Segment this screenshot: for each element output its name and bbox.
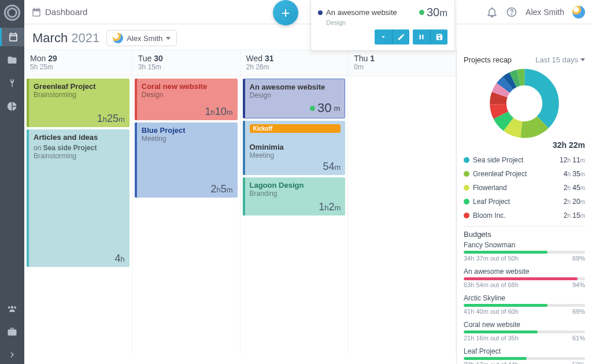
tag: Kickoff bbox=[250, 124, 341, 133]
card-title: Greenleaf Project bbox=[34, 82, 125, 91]
project-color-dot bbox=[318, 10, 323, 15]
card-title: Lagoon Design bbox=[250, 181, 341, 190]
avatar[interactable] bbox=[572, 6, 585, 18]
card-duration: 4h bbox=[34, 252, 125, 265]
running-time: 30m bbox=[419, 6, 447, 19]
card-on: on Sea side Project bbox=[34, 144, 125, 152]
calendar: Mon 295h 25mTue 303h 15mWed 312h 26mThu … bbox=[24, 50, 456, 364]
day-header[interactable]: Tue 303h 15m bbox=[132, 50, 240, 76]
project-color-dot bbox=[464, 157, 469, 163]
live-indicator-icon bbox=[419, 10, 424, 15]
project-row[interactable]: Flowerland2h 45m bbox=[464, 181, 585, 195]
plug-icon bbox=[7, 78, 17, 88]
header: Dashboard + Alex Smith An awesome websit… bbox=[24, 0, 592, 24]
card-title: Articles and ideas bbox=[34, 133, 125, 142]
nav-team[interactable] bbox=[0, 299, 24, 318]
card-subtitle: Brainstorming bbox=[34, 152, 125, 160]
chevron-down-icon bbox=[580, 58, 585, 61]
day-header[interactable]: Thu 10m bbox=[348, 50, 456, 76]
card-title: Coral new website bbox=[142, 82, 233, 91]
toolbar: March 2021 Alex Smith bbox=[24, 24, 592, 50]
timer-more-button[interactable] bbox=[375, 29, 392, 44]
running-title: An awesome website bbox=[326, 8, 397, 17]
nav-clients[interactable] bbox=[0, 74, 24, 92]
day-header[interactable]: Mon 295h 25m bbox=[24, 50, 132, 76]
chevron-down-icon bbox=[166, 37, 171, 40]
card-duration: 30m bbox=[250, 101, 341, 116]
project-row[interactable]: Leaf Project2h 20m bbox=[464, 195, 585, 209]
nav-briefcase[interactable] bbox=[0, 322, 24, 341]
time-entry-card[interactable]: Lagoon DesignBranding1h2m bbox=[243, 177, 346, 216]
card-duration: 54m bbox=[250, 161, 341, 173]
user-name[interactable]: Alex Smith bbox=[526, 8, 564, 17]
team-icon bbox=[7, 303, 17, 314]
card-title: Ominimia bbox=[250, 143, 341, 151]
budget-item[interactable]: An awesome website63h 54m out of 68h94% bbox=[464, 268, 585, 288]
pause-icon bbox=[417, 33, 426, 41]
card-subtitle: Meeting bbox=[250, 151, 341, 159]
chevron-down-icon bbox=[379, 33, 387, 41]
chevron-right-icon bbox=[7, 350, 17, 360]
time-entry-card[interactable]: Coral new websiteDesign1h10m bbox=[135, 79, 238, 120]
svg-point-1 bbox=[512, 14, 512, 14]
month-title: March 2021 bbox=[32, 31, 99, 46]
piechart-icon bbox=[7, 101, 17, 112]
recap-title: Projects recap bbox=[464, 55, 512, 64]
calendar-icon bbox=[8, 32, 18, 42]
card-duration: 1h2m bbox=[250, 201, 341, 213]
project-color-dot bbox=[464, 185, 469, 191]
nav-dashboard[interactable] bbox=[0, 28, 24, 46]
side-panel: Projects recap Last 15 days 32h 22m Sea … bbox=[456, 50, 592, 364]
plus-icon: + bbox=[281, 4, 290, 22]
recap-total: 32h 22m bbox=[464, 140, 585, 150]
bell-icon[interactable] bbox=[486, 6, 498, 18]
card-title: An awesome website bbox=[250, 83, 341, 91]
project-color-dot bbox=[464, 171, 469, 177]
app-logo bbox=[4, 5, 20, 21]
day-column bbox=[348, 76, 456, 354]
running-timer-card: An awesome website 30m Design bbox=[310, 0, 455, 51]
card-subtitle: Brainstorming bbox=[34, 91, 125, 99]
card-subtitle: Design bbox=[250, 91, 341, 99]
nav-collapse[interactable] bbox=[0, 346, 24, 364]
sidebar bbox=[0, 0, 24, 364]
card-subtitle: Meeting bbox=[142, 135, 233, 143]
budget-item[interactable]: Coral new website21h 16m out of 35h61% bbox=[464, 321, 585, 341]
budget-item[interactable]: Arctic Skyline41h 40m out of 60h69% bbox=[464, 294, 585, 315]
day-column: An awesome websiteDesign30mKickoffOminim… bbox=[240, 76, 349, 354]
timer-edit-button[interactable] bbox=[392, 29, 409, 44]
nav-reports[interactable] bbox=[0, 97, 24, 116]
card-duration: 2h5m bbox=[142, 183, 233, 195]
budget-item[interactable]: Leaf Project23h 17m out of 44h52% bbox=[464, 347, 585, 364]
budget-item[interactable]: Fancy Snowman34h 37m out of 50h69% bbox=[464, 241, 585, 262]
card-duration: 1h25m bbox=[34, 113, 125, 125]
add-button[interactable]: + bbox=[273, 0, 298, 25]
card-title: Blue Project bbox=[142, 126, 233, 135]
time-entry-card[interactable]: Greenleaf ProjectBrainstorming1h25m bbox=[27, 79, 130, 127]
save-icon bbox=[435, 33, 443, 41]
avatar bbox=[113, 33, 123, 43]
page-title: Dashboard bbox=[31, 7, 87, 17]
card-subtitle: Branding bbox=[250, 190, 341, 198]
project-color-dot bbox=[464, 213, 469, 218]
time-entry-card[interactable]: An awesome websiteDesign30m bbox=[243, 79, 346, 118]
time-entry-card[interactable]: KickoffOminimiaMeeting54m bbox=[243, 121, 346, 175]
time-entry-card[interactable]: Articles and ideason Sea side ProjectBra… bbox=[27, 129, 130, 267]
running-subtitle: Design bbox=[326, 19, 447, 26]
user-filter[interactable]: Alex Smith bbox=[106, 30, 177, 46]
project-row[interactable]: Bloom Inc.2h 15m bbox=[464, 209, 585, 222]
calendar-header: Mon 295h 25mTue 303h 15mWed 312h 26mThu … bbox=[24, 50, 456, 76]
project-row[interactable]: Greenleaf Project4h 35m bbox=[464, 167, 585, 181]
briefcase-icon bbox=[7, 326, 17, 337]
day-column: Greenleaf ProjectBrainstorming1h25mArtic… bbox=[24, 76, 132, 354]
timer-pause-button[interactable] bbox=[413, 29, 430, 44]
period-selector[interactable]: Last 15 days bbox=[535, 55, 585, 64]
help-icon[interactable] bbox=[506, 6, 517, 18]
time-entry-card[interactable]: Blue ProjectMeeting2h5m bbox=[135, 122, 238, 198]
day-header[interactable]: Wed 312h 26m bbox=[240, 50, 349, 76]
timer-save-button[interactable] bbox=[430, 29, 447, 44]
calendar-icon bbox=[31, 7, 42, 17]
budgets-title: Budgets bbox=[464, 230, 585, 239]
nav-projects[interactable] bbox=[0, 51, 24, 69]
project-row[interactable]: Sea side Project12h 11m bbox=[464, 153, 585, 167]
